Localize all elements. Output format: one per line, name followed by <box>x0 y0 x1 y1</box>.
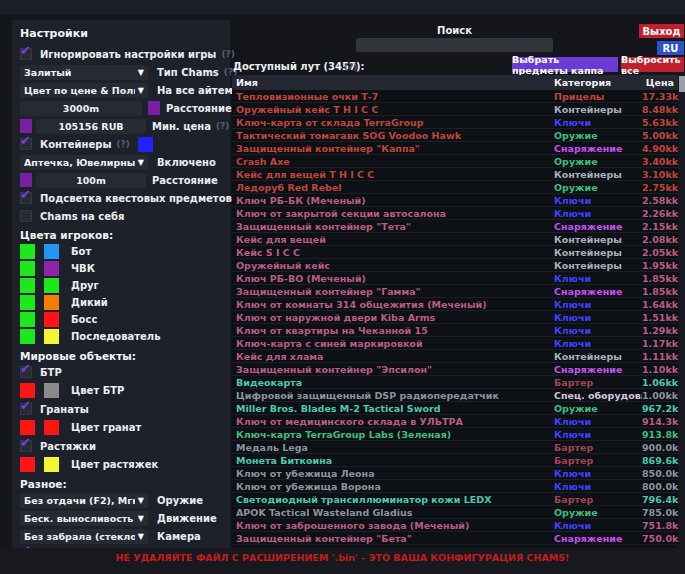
btr-color-swatch-a[interactable] <box>20 383 35 398</box>
min-price-input[interactable]: 105156 RUB <box>36 119 146 134</box>
ignore-game-settings-row: ✔ Игнорировать настройки игры (?) <box>20 46 222 62</box>
player-color-swatch-a[interactable] <box>20 329 35 344</box>
item-category: Оружие <box>554 403 642 414</box>
tripwires-checkbox[interactable]: ✔ <box>20 440 32 452</box>
help-hint[interactable]: (?) <box>116 139 129 149</box>
player-color-swatch-a[interactable] <box>20 261 35 276</box>
table-row[interactable]: Ключ от медицинского склада в УЛЬТРАКлюч… <box>232 415 678 428</box>
table-row[interactable]: Ключ-карта TerraGroup Labs (Зеленая)Ключ… <box>232 428 678 441</box>
scrollbar-thumb[interactable] <box>679 76 685 92</box>
table-row[interactable]: Защищенный контейнер "Эпсилон"Снаряжение… <box>232 363 678 376</box>
table-row[interactable]: Оружейный кейсКонтейнеры1.95kk <box>232 259 678 272</box>
weapon-dropdown[interactable]: Без отдачи (F2), Мгновенное п ▼ <box>20 493 148 508</box>
item-price: 1.64kk <box>642 299 678 310</box>
distance-input[interactable]: 3000m <box>20 101 142 116</box>
table-row[interactable]: Crash AxeОружие3.40kk <box>232 155 678 168</box>
chams-type-dropdown[interactable]: Залитый ▼ <box>20 65 148 80</box>
table-row[interactable]: Ключ-карта от склада TerraGroupКлючи5.63… <box>232 116 678 129</box>
loot-table-header: Имя Категория Цена <box>232 75 678 90</box>
table-row[interactable]: APOK Tactical Wasteland GladiusОружие785… <box>232 506 678 519</box>
movement-dropdown[interactable]: Беск. выносливость и нет уста ▼ <box>20 511 148 526</box>
table-row[interactable]: Ключ от наружной двери Kiba ArmsКлючи1.5… <box>232 311 678 324</box>
player-color-swatch-b[interactable] <box>44 312 59 327</box>
table-row[interactable]: Ледоруб Red RebelОружие2.75kk <box>232 181 678 194</box>
table-row[interactable]: Ключ от убежища ЛеонаКлючи850.0k <box>232 467 678 480</box>
table-row[interactable]: Тактический томагавк SOG Voodoo HawkОруж… <box>232 129 678 142</box>
table-row[interactable]: Ключ-карта с синей маркировкойКлючи1.17k… <box>232 337 678 350</box>
table-row[interactable]: Ключ РБ-БК (Меченый)Ключи2.58kk <box>232 194 678 207</box>
all-items-dropdown[interactable]: Цвет по цене & Пользователь ▼ <box>20 83 148 98</box>
grenades-checkbox[interactable]: ✔ <box>20 403 32 415</box>
item-name: Тактический томагавк SOG Voodoo Hawk <box>236 130 554 141</box>
grenade-color-label: Цвет гранат <box>71 422 141 433</box>
player-color-swatch-a[interactable] <box>20 244 35 259</box>
player-color-swatch-a[interactable] <box>20 278 35 293</box>
table-row[interactable]: Монета БиткоинаБартер869.6k <box>232 454 678 467</box>
player-color-swatch-b[interactable] <box>44 261 59 276</box>
search-input[interactable] <box>356 38 553 52</box>
player-color-swatch-a[interactable] <box>20 312 35 327</box>
camera-dropdown[interactable]: Без забрала (стекло шлема) ▼ <box>20 529 148 544</box>
table-row[interactable]: Кейс для вещейКонтейнеры2.08kk <box>232 233 678 246</box>
containers-distance-color-swatch[interactable] <box>20 173 32 187</box>
table-scrollbar[interactable] <box>679 75 685 547</box>
table-row[interactable]: Ключ от комнаты 314 общежития (Меченый)К… <box>232 298 678 311</box>
min-price-color-swatch[interactable] <box>20 119 32 133</box>
help-hint[interactable]: (?) <box>221 49 234 59</box>
table-row[interactable]: Защищенный контейнер "Бета"Снаряжение750… <box>232 532 678 545</box>
chams-self-checkbox[interactable]: ✔ <box>20 210 32 222</box>
table-row[interactable]: Оружейный кейс T H I C CКонтейнеры8.48kk <box>232 103 678 116</box>
tripwire-color-swatch-a[interactable] <box>20 457 35 472</box>
table-row[interactable]: ВидеокартаБартер1.06kk <box>232 376 678 389</box>
table-row[interactable]: Защищенный контейнер "Каппа"Снаряжение4.… <box>232 142 678 155</box>
table-row[interactable]: Ключ от убежища ВоронаКлючи800.0k <box>232 480 678 493</box>
table-row[interactable]: Кейс S I C CКонтейнеры2.05kk <box>232 246 678 259</box>
column-header-name[interactable]: Имя <box>236 77 554 88</box>
grenade-color-swatch-a[interactable] <box>20 420 35 435</box>
loot-table: Имя Категория Цена Тепловизионные очки Т… <box>232 75 678 550</box>
table-row[interactable]: Защищенный контейнер "Тета"Снаряжение2.1… <box>232 220 678 233</box>
ignore-game-settings-label: Игнорировать настройки игры <box>40 49 216 60</box>
player-color-swatch-b[interactable] <box>44 244 59 259</box>
item-category: Оружие <box>554 130 642 141</box>
table-row[interactable]: Тепловизионные очки Т-7Прицелы17.33kk <box>232 90 678 103</box>
containers-distance-input[interactable]: 100m <box>36 173 146 188</box>
btr-checkbox[interactable]: ✔ <box>20 366 32 378</box>
tripwire-color-swatch-b[interactable] <box>44 457 59 472</box>
select-kappa-items-button[interactable]: Выбрать предметы каппа <box>512 57 618 72</box>
table-row[interactable]: Кейс для хламаКонтейнеры1.11kk <box>232 350 678 363</box>
exit-button[interactable]: Выход <box>639 24 684 38</box>
containers-checkbox[interactable]: ✔ <box>20 138 32 150</box>
player-color-label: Бот <box>71 246 91 257</box>
table-row[interactable]: Цифровой защищенный DSP радиопередатчикС… <box>232 389 678 402</box>
column-header-price[interactable]: Цена <box>642 77 674 88</box>
grenade-color-swatch-b[interactable] <box>44 420 59 435</box>
table-row[interactable]: Ключ от квартиры на Чеканной 15Ключи1.29… <box>232 324 678 337</box>
table-row[interactable]: Miller Bros. Blades M-2 Tactical SwordОр… <box>232 402 678 415</box>
ignore-game-settings-checkbox[interactable]: ✔ <box>20 48 32 60</box>
drop-all-button[interactable]: Выбросить все <box>621 57 684 72</box>
player-color-swatch-b[interactable] <box>44 329 59 344</box>
containers-filter-dropdown[interactable]: Аптечка, Ювелирные и... ▼ <box>20 155 148 170</box>
player-color-swatch-b[interactable] <box>44 278 59 293</box>
table-row[interactable]: Ключ от закрытой секции автосалонаКлючи2… <box>232 207 678 220</box>
item-price: 967.2k <box>642 403 678 414</box>
table-row[interactable]: Светодиодный трансиллюминатор кожи LEDXБ… <box>232 493 678 506</box>
quest-highlight-checkbox[interactable]: ✔ <box>20 192 32 204</box>
help-hint[interactable]: (?) <box>344 62 357 72</box>
all-items-label: На все айтемы <box>157 85 242 96</box>
player-color-swatch-b[interactable] <box>44 295 59 310</box>
help-hint[interactable]: (?) <box>216 121 229 131</box>
column-header-category[interactable]: Категория <box>554 77 642 88</box>
btr-color-swatch-b[interactable] <box>44 383 59 398</box>
table-row[interactable]: Кейс для вещей T H I C CКонтейнеры3.10kk <box>232 168 678 181</box>
item-name: Ключ от квартиры на Чеканной 15 <box>236 325 554 336</box>
table-row[interactable]: Защищенный контейнер "Гамма"Снаряжение1.… <box>232 285 678 298</box>
containers-label: Контейнеры <box>40 139 111 150</box>
table-row[interactable]: Ключ от заброшенного завода (Меченый)Клю… <box>232 519 678 532</box>
distance-color-swatch[interactable] <box>148 101 160 115</box>
player-color-swatch-a[interactable] <box>20 295 35 310</box>
containers-color-swatch[interactable] <box>138 137 153 152</box>
table-row[interactable]: Ключ РБ-ВО (Меченый)Ключи1.85kk <box>232 272 678 285</box>
table-row[interactable]: Медаль LegaБартер900.0k <box>232 441 678 454</box>
